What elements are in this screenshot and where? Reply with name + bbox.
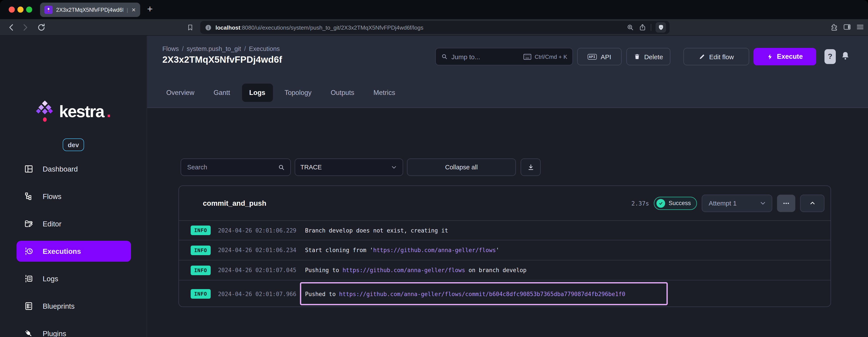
log-timestamp: 2024-04-26 02:01:06.229 [218,227,296,234]
log-timestamp: 2024-04-26 02:01:07.966 [218,290,296,297]
api-icon: API [588,54,597,59]
chevron-up-icon [809,200,816,207]
logs-icon [24,274,33,283]
site-info-icon[interactable] [205,24,212,31]
log-rows: INFO 2024-04-26 02:01:06.229 Branch deve… [179,221,831,307]
browser-tab-title: 2X3x2TMqX5NfvFPDj4wd6f [56,7,123,13]
breadcrumb-link-executions[interactable]: Executions [249,45,280,52]
environment-badge: dev [62,139,84,151]
sidebar-item-logs[interactable]: Logs [17,268,131,289]
kestra-logo[interactable]: kestra. [0,100,147,123]
editor-icon [24,219,33,228]
download-logs-button[interactable] [521,158,541,176]
delete-button[interactable]: Delete [626,48,670,65]
lightning-icon [767,53,773,60]
sidebar: kestra. dev Dashboard Flows Editor Execu… [0,36,147,337]
new-tab-button[interactable]: + [147,4,153,14]
tab-close-icon[interactable]: ✕ [131,7,136,12]
more-options-button[interactable] [777,194,795,212]
sidebar-item-blueprints[interactable]: Blueprints [17,296,131,316]
minimize-window-button[interactable] [18,6,24,12]
breadcrumb-link-flows[interactable]: Flows [162,45,179,52]
question-mark-icon: ? [828,52,833,61]
log-link[interactable]: https://github.com/anna-geller/flows [343,267,465,273]
api-button[interactable]: API API [577,48,622,65]
executions-icon [24,246,33,256]
task-log-panel: commit_and_push 2.37s Success Attempt 1 [179,185,831,307]
tab-overview[interactable]: Overview [159,84,202,102]
fullscreen-window-button[interactable] [26,6,32,12]
jump-to-label: Jump to... [452,53,480,60]
log-text: Pushed to [305,290,339,297]
log-level-select[interactable]: TRACE [295,158,403,176]
brand-dot: . [106,103,111,120]
status-badge: Success [654,196,697,210]
brand-wordmark: kestra [59,103,104,120]
page-title: 2X3x2TMqX5NfvFPDj4wd6f [162,54,282,65]
breadcrumb-link-system-push-to-git[interactable]: system.push_to_git [187,45,241,52]
log-link[interactable]: https://github.com/anna-geller/flows [373,247,496,253]
log-timestamp: 2024-04-26 02:01:07.045 [218,267,296,273]
log-row: INFO 2024-04-26 02:01:06.234 Start cloni… [179,240,831,261]
blueprints-icon [24,301,33,311]
url-host: localhost [215,24,240,31]
tab-topology[interactable]: Topology [277,84,319,102]
chevron-down-icon [759,200,767,207]
log-row: INFO 2024-04-26 02:01:07.966 Pushed to h… [179,280,831,307]
sidebar-item-dashboard[interactable]: Dashboard [17,158,131,179]
sidebar-nav: Dashboard Flows Editor Executions Logs B… [17,158,131,337]
log-row: INFO 2024-04-26 02:01:06.229 Branch deve… [179,221,831,240]
jump-to-search[interactable]: Jump to... Ctrl/Cmd + K [435,48,573,65]
collapse-panel-button[interactable] [800,194,825,212]
sidebar-item-executions[interactable]: Executions [17,241,131,262]
execute-button-label: Execute [777,53,803,61]
api-button-label: API [601,53,611,60]
back-icon[interactable] [7,23,17,32]
search-icon [441,53,448,60]
zoom-in-icon[interactable] [626,24,634,31]
share-icon[interactable] [639,24,646,31]
edit-flow-button-label: Edit flow [709,53,734,60]
close-window-button[interactable] [9,6,15,12]
brave-shield-icon[interactable] [656,22,666,33]
log-search-field[interactable] [181,158,291,176]
keyboard-icon [523,53,531,60]
sidebar-item-flows[interactable]: Flows [17,186,131,207]
help-button[interactable]: ? [825,49,836,64]
tab-gantt[interactable]: Gantt [206,84,238,102]
url-bar[interactable]: localhost:8080/ui/executions/system/push… [200,21,670,34]
browser-tab[interactable]: 2X3x2TMqX5NfvFPDj4wd6f | ✕ [40,3,140,17]
browser-toolbar: localhost:8080/ui/executions/system/push… [0,19,868,36]
reload-icon[interactable] [37,23,46,32]
execute-button[interactable]: Execute [753,48,816,65]
kestra-app: kestra. dev Dashboard Flows Editor Execu… [0,36,868,337]
notifications-bell-icon[interactable] [840,50,850,61]
plugins-icon [24,329,33,337]
execution-tabs: OverviewGanttLogsTopologyOutputsMetrics [159,84,403,102]
breadcrumb: Flows/system.push_to_git/Executions [162,45,280,52]
sidebar-item-plugins[interactable]: Plugins [17,323,131,337]
edit-flow-button[interactable]: Edit flow [683,48,749,65]
tab-outputs[interactable]: Outputs [323,84,362,102]
shortcut-hint: Ctrl/Cmd + K [523,53,567,60]
log-link[interactable]: https://github.com/anna-geller/flows/com… [339,290,625,297]
trash-icon [634,53,640,60]
bookmark-icon[interactable] [186,23,194,32]
collapse-all-label: Collapse all [445,164,478,171]
flows-icon [24,191,33,201]
log-timestamp: 2024-04-26 02:01:06.234 [218,247,296,253]
forward-icon[interactable] [20,23,30,32]
log-text: on branch develop [465,267,527,273]
tab-logs[interactable]: Logs [242,84,273,102]
search-input[interactable] [186,163,278,171]
tab-metrics[interactable]: Metrics [366,84,403,102]
extensions-puzzle-icon[interactable] [830,23,838,31]
log-text: Branch develop does not exist, creating … [305,227,448,234]
log-text: Start cloning from ' [305,247,373,253]
menu-hamburger-icon[interactable] [856,23,865,31]
collapse-all-button[interactable]: Collapse all [407,158,516,176]
browser-tabstrip: 2X3x2TMqX5NfvFPDj4wd6f | ✕ + [0,0,868,19]
sidebar-toggle-icon[interactable] [843,23,851,31]
attempt-select[interactable]: Attempt 1 [702,194,772,212]
sidebar-item-editor[interactable]: Editor [17,213,131,234]
